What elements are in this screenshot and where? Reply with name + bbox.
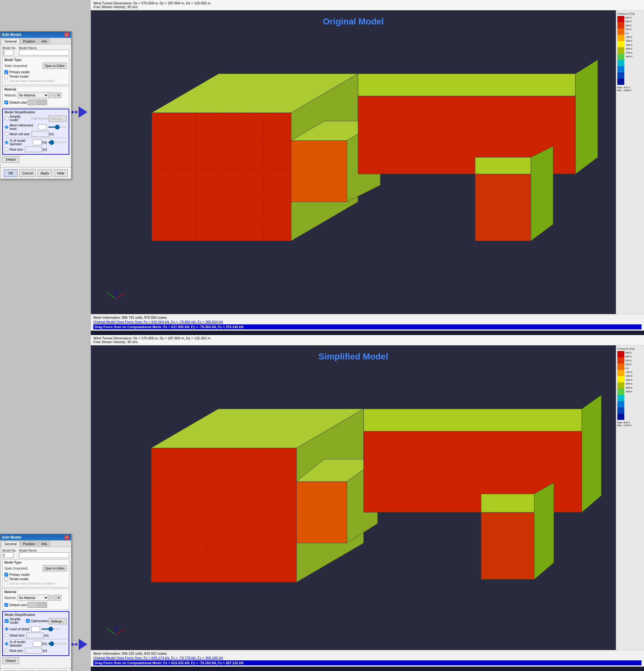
top-edit-dialog: Edit Model ✕ General Position Info Model… bbox=[0, 31, 71, 179]
b-optimization-row: Optimization bbox=[26, 619, 49, 623]
b-open-in-editor-btn[interactable]: Open in Editor bbox=[42, 565, 67, 571]
svg-marker-10 bbox=[475, 157, 531, 174]
model-type-section: Model Type Static (Imported) Open in Edi… bbox=[2, 57, 69, 85]
top-color-bar-container: 637.0 450.0 300.0 150.0 0.0 -150.0 -300.… bbox=[617, 16, 643, 85]
b-percent-diameter-slider[interactable] bbox=[48, 643, 67, 644]
b-color-seg-8 bbox=[617, 395, 624, 401]
b-real-size-radio[interactable] bbox=[5, 649, 9, 653]
b-optimization-checkbox[interactable] bbox=[26, 619, 30, 623]
mesh-refinement-radio[interactable] bbox=[5, 125, 9, 129]
b-detail-size-radio[interactable] bbox=[5, 633, 9, 637]
material-add-btn[interactable]: + bbox=[49, 92, 55, 98]
b-material-add-btn[interactable]: + bbox=[49, 595, 55, 600]
b-real-size-input[interactable]: 0.88000 bbox=[25, 648, 42, 654]
b-settings-btn[interactable]: Settings... bbox=[49, 618, 67, 624]
bottom-tab-info[interactable]: Info bbox=[38, 541, 50, 547]
b-model-type-row: Static (Imported) Open in Editor bbox=[4, 565, 67, 571]
bottom-color-bar bbox=[617, 351, 624, 420]
top-arrow bbox=[71, 106, 87, 118]
top-cancel-btn[interactable]: Cancel bbox=[20, 169, 36, 177]
top-default-btn[interactable]: Default bbox=[2, 156, 19, 163]
bottom-dialog-body: Model No. Model Name Model Type Static (… bbox=[0, 547, 71, 669]
percent-diameter-slider[interactable] bbox=[48, 142, 67, 143]
real-size-radio[interactable] bbox=[5, 148, 9, 151]
b-model-no-input[interactable] bbox=[2, 552, 13, 558]
mesh-refinement-input[interactable]: 3 bbox=[38, 124, 47, 130]
top-ok-btn[interactable]: OK bbox=[4, 169, 17, 177]
main-layout: Edit Model ✕ General Position Info Model… bbox=[0, 0, 644, 671]
optimization-checkbox[interactable] bbox=[26, 116, 30, 120]
b-simplify-model-checkbox[interactable] bbox=[5, 619, 9, 623]
bottom-arrow-shape bbox=[71, 639, 87, 650]
b-model-name-input[interactable] bbox=[19, 552, 69, 558]
top-tab-info[interactable]: Info bbox=[38, 38, 50, 44]
top-min-label: Min: -1085.3 bbox=[617, 89, 643, 92]
mesh-cell-input[interactable]: 0.37400 bbox=[32, 131, 49, 137]
terrain-model-checkbox[interactable] bbox=[4, 75, 8, 78]
real-size-input[interactable]: 0.88000 bbox=[25, 147, 42, 152]
b-detail-size-row: Detail size: 0.37400 [m] bbox=[5, 633, 67, 638]
percent-diameter-radio[interactable] bbox=[5, 141, 9, 144]
top-tab-position[interactable]: Position bbox=[20, 38, 38, 44]
default-color-checkbox[interactable] bbox=[4, 101, 8, 104]
svg-point-55 bbox=[115, 634, 116, 635]
bottom-tab-position[interactable]: Position bbox=[20, 541, 38, 547]
svg-marker-40 bbox=[534, 483, 554, 580]
mesh-refinement-slider[interactable] bbox=[48, 127, 67, 128]
b-level-detail-input[interactable]: 3 bbox=[31, 626, 40, 632]
material-select[interactable]: No Material bbox=[17, 92, 49, 98]
b-terrain-model-label: Terrain model bbox=[9, 578, 28, 581]
b-color-seg-4 bbox=[617, 370, 624, 376]
top-dialog-close-btn[interactable]: ✕ bbox=[64, 33, 69, 37]
top-tab-general[interactable]: General bbox=[2, 38, 20, 44]
svg-marker-38 bbox=[481, 512, 534, 579]
bottom-dialog-close-btn[interactable]: ✕ bbox=[64, 535, 69, 540]
material-row: Material: No Material + ⚙ bbox=[4, 92, 67, 98]
svg-text:y: y bbox=[107, 627, 108, 630]
top-apply-btn[interactable]: Apply bbox=[38, 169, 52, 177]
b-material-select[interactable]: No Material bbox=[17, 595, 49, 601]
b-default-color-label: Default color bbox=[9, 603, 27, 607]
svg-line-49 bbox=[116, 630, 124, 634]
bottom-original-drag[interactable]: Original Model Drag Force Sum: Fx = 645.… bbox=[93, 656, 642, 660]
cv-7: -300.0 bbox=[625, 39, 632, 43]
lower-boundary-checkbox[interactable] bbox=[4, 79, 8, 83]
b-default-btn[interactable]: Default bbox=[2, 657, 19, 664]
material-label: Material: bbox=[4, 93, 16, 97]
material-edit-btn[interactable]: ⚙ bbox=[56, 92, 61, 98]
b-percent-diameter-input[interactable]: 1 bbox=[33, 641, 42, 647]
lower-boundary-row: Use as lower boundary condition bbox=[4, 79, 67, 83]
top-help-btn[interactable]: Help bbox=[54, 169, 68, 177]
default-color-row: Default color bbox=[4, 100, 67, 105]
b-detail-size-input[interactable]: 0.37400 bbox=[26, 633, 44, 638]
model-no-input[interactable] bbox=[2, 50, 13, 55]
b-level-detail-radio[interactable] bbox=[5, 627, 9, 631]
top-min-val: -1085.3 bbox=[623, 89, 631, 92]
b-lower-boundary-checkbox[interactable] bbox=[4, 581, 8, 585]
bottom-arrow-dots bbox=[71, 643, 77, 646]
b-terrain-model-checkbox[interactable] bbox=[4, 577, 8, 581]
bottom-dialog-title: Edit Model bbox=[2, 535, 21, 540]
b-percent-diameter-radio[interactable] bbox=[5, 642, 9, 646]
primary-model-label: Primary model bbox=[9, 71, 29, 74]
mesh-cell-radio[interactable] bbox=[5, 132, 9, 136]
b-primary-model-checkbox[interactable] bbox=[4, 573, 8, 577]
model-name-input[interactable] bbox=[19, 50, 69, 55]
bottom-tab-general[interactable]: General bbox=[2, 541, 20, 547]
simplify-model-checkbox[interactable] bbox=[5, 116, 9, 120]
top-original-drag[interactable]: Original Model Drag Force Sum: Fx = 642.… bbox=[93, 320, 642, 324]
bottom-model-title: Simplified Model bbox=[91, 352, 616, 362]
b-default-color-checkbox[interactable] bbox=[4, 603, 8, 607]
b-material-edit-btn[interactable]: ⚙ bbox=[56, 595, 61, 600]
b-color-preview-1 bbox=[27, 602, 37, 608]
b-percent-diameter-row: % of model diameter: 1 [%] bbox=[5, 640, 67, 647]
b-cv-8: -480.0 bbox=[625, 378, 632, 382]
svg-marker-3 bbox=[291, 141, 347, 202]
percent-diameter-input[interactable]: 1 bbox=[33, 140, 42, 145]
primary-model-checkbox[interactable] bbox=[4, 70, 8, 74]
open-in-editor-btn[interactable]: Open in Editor bbox=[42, 63, 67, 69]
b-simplification-title: Model Simplification bbox=[5, 613, 67, 617]
b-simplify-model-label: Simplify model bbox=[10, 618, 24, 624]
settings-btn-top[interactable]: Settings... bbox=[49, 115, 67, 122]
b-level-detail-slider[interactable] bbox=[41, 629, 60, 630]
